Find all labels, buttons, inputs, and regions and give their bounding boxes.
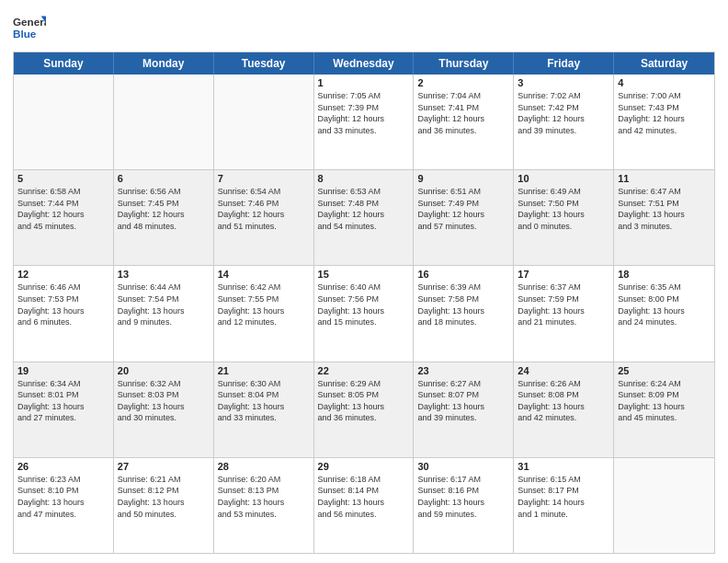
- day-info: Sunrise: 7:00 AM Sunset: 7:43 PM Dayligh…: [618, 90, 711, 136]
- day-number: 13: [118, 269, 210, 280]
- day-number: 9: [417, 173, 509, 184]
- calendar-cell: 1Sunrise: 7:05 AM Sunset: 7:39 PM Daylig…: [314, 75, 415, 169]
- day-number: 11: [618, 173, 711, 184]
- day-number: 17: [518, 269, 609, 280]
- day-info: Sunrise: 6:49 AM Sunset: 7:50 PM Dayligh…: [518, 186, 609, 232]
- day-info: Sunrise: 6:58 AM Sunset: 7:44 PM Dayligh…: [17, 186, 109, 232]
- calendar-cell: 20Sunrise: 6:32 AM Sunset: 8:03 PM Dayli…: [114, 362, 214, 457]
- day-info: Sunrise: 7:05 AM Sunset: 7:39 PM Dayligh…: [318, 90, 410, 136]
- calendar-body: 1Sunrise: 7:05 AM Sunset: 7:39 PM Daylig…: [14, 75, 714, 553]
- calendar-cell: 5Sunrise: 6:58 AM Sunset: 7:44 PM Daylig…: [14, 170, 114, 265]
- weekday-header: Tuesday: [214, 52, 314, 75]
- day-number: 2: [417, 77, 509, 88]
- calendar-cell: 17Sunrise: 6:37 AM Sunset: 7:59 PM Dayli…: [514, 266, 614, 361]
- calendar-cell: 28Sunrise: 6:20 AM Sunset: 8:13 PM Dayli…: [214, 458, 314, 553]
- calendar-cell: 14Sunrise: 6:42 AM Sunset: 7:55 PM Dayli…: [214, 266, 314, 361]
- day-number: 16: [417, 269, 509, 280]
- calendar-cell: [114, 75, 214, 169]
- calendar-cell: 25Sunrise: 6:24 AM Sunset: 8:09 PM Dayli…: [614, 362, 714, 457]
- day-info: Sunrise: 6:35 AM Sunset: 8:00 PM Dayligh…: [618, 282, 711, 327]
- calendar-cell: 7Sunrise: 6:54 AM Sunset: 7:46 PM Daylig…: [214, 170, 314, 265]
- calendar-cell: 30Sunrise: 6:17 AM Sunset: 8:16 PM Dayli…: [414, 458, 514, 553]
- day-info: Sunrise: 6:44 AM Sunset: 7:54 PM Dayligh…: [118, 282, 210, 327]
- day-info: Sunrise: 6:56 AM Sunset: 7:45 PM Dayligh…: [118, 186, 210, 232]
- day-number: 4: [618, 77, 711, 88]
- day-number: 8: [318, 173, 410, 184]
- day-number: 14: [218, 269, 310, 280]
- day-number: 12: [17, 269, 109, 280]
- day-info: Sunrise: 6:27 AM Sunset: 8:07 PM Dayligh…: [417, 378, 509, 424]
- day-info: Sunrise: 6:51 AM Sunset: 7:49 PM Dayligh…: [417, 186, 509, 232]
- calendar-cell: 24Sunrise: 6:26 AM Sunset: 8:08 PM Dayli…: [514, 362, 614, 457]
- calendar-row: 19Sunrise: 6:34 AM Sunset: 8:01 PM Dayli…: [14, 362, 714, 457]
- day-info: Sunrise: 6:40 AM Sunset: 7:56 PM Dayligh…: [318, 282, 410, 327]
- day-info: Sunrise: 6:42 AM Sunset: 7:55 PM Dayligh…: [218, 282, 310, 327]
- day-info: Sunrise: 7:04 AM Sunset: 7:41 PM Dayligh…: [417, 90, 509, 136]
- day-number: 5: [17, 173, 109, 184]
- day-info: Sunrise: 6:18 AM Sunset: 8:14 PM Dayligh…: [318, 474, 410, 520]
- day-number: 24: [518, 365, 609, 376]
- calendar-cell: 9Sunrise: 6:51 AM Sunset: 7:49 PM Daylig…: [414, 170, 514, 265]
- calendar-cell: 22Sunrise: 6:29 AM Sunset: 8:05 PM Dayli…: [314, 362, 415, 457]
- calendar-cell: 8Sunrise: 6:53 AM Sunset: 7:48 PM Daylig…: [314, 170, 415, 265]
- day-number: 10: [518, 173, 609, 184]
- calendar-cell: 26Sunrise: 6:23 AM Sunset: 8:10 PM Dayli…: [14, 458, 114, 553]
- weekday-header: Wednesday: [314, 52, 415, 75]
- day-info: Sunrise: 6:32 AM Sunset: 8:03 PM Dayligh…: [118, 378, 210, 424]
- calendar-cell: 21Sunrise: 6:30 AM Sunset: 8:04 PM Dayli…: [214, 362, 314, 457]
- weekday-header: Saturday: [614, 52, 714, 75]
- day-info: Sunrise: 6:20 AM Sunset: 8:13 PM Dayligh…: [218, 474, 310, 520]
- calendar-cell: 27Sunrise: 6:21 AM Sunset: 8:12 PM Dayli…: [114, 458, 214, 553]
- calendar: SundayMondayTuesdayWednesdayThursdayFrid…: [13, 52, 715, 554]
- calendar-row: 12Sunrise: 6:46 AM Sunset: 7:53 PM Dayli…: [14, 265, 714, 361]
- day-number: 20: [118, 365, 210, 376]
- day-number: 1: [318, 77, 410, 88]
- day-number: 23: [417, 365, 509, 376]
- day-info: Sunrise: 6:39 AM Sunset: 7:58 PM Dayligh…: [417, 282, 509, 327]
- calendar-cell: 19Sunrise: 6:34 AM Sunset: 8:01 PM Dayli…: [14, 362, 114, 457]
- calendar-cell: 31Sunrise: 6:15 AM Sunset: 8:17 PM Dayli…: [514, 458, 614, 553]
- day-info: Sunrise: 6:54 AM Sunset: 7:46 PM Dayligh…: [218, 186, 310, 232]
- day-info: Sunrise: 6:37 AM Sunset: 7:59 PM Dayligh…: [518, 282, 609, 327]
- calendar-row: 1Sunrise: 7:05 AM Sunset: 7:39 PM Daylig…: [14, 75, 714, 169]
- day-info: Sunrise: 6:34 AM Sunset: 8:01 PM Dayligh…: [17, 378, 109, 424]
- day-number: 7: [218, 173, 310, 184]
- day-info: Sunrise: 6:46 AM Sunset: 7:53 PM Dayligh…: [17, 282, 109, 327]
- calendar-cell: 11Sunrise: 6:47 AM Sunset: 7:51 PM Dayli…: [614, 170, 714, 265]
- page: General Blue SundayMondayTuesdayWednesda…: [0, 0, 728, 563]
- day-info: Sunrise: 6:21 AM Sunset: 8:12 PM Dayligh…: [118, 474, 210, 520]
- logo: General Blue: [13, 13, 46, 46]
- svg-text:General: General: [13, 16, 46, 28]
- day-number: 25: [618, 365, 711, 376]
- day-info: Sunrise: 7:02 AM Sunset: 7:42 PM Dayligh…: [518, 90, 609, 136]
- day-number: 30: [417, 461, 509, 472]
- day-number: 28: [218, 461, 310, 472]
- calendar-row: 26Sunrise: 6:23 AM Sunset: 8:10 PM Dayli…: [14, 457, 714, 553]
- header: General Blue: [13, 9, 715, 46]
- calendar-cell: 12Sunrise: 6:46 AM Sunset: 7:53 PM Dayli…: [14, 266, 114, 361]
- calendar-cell: 4Sunrise: 7:00 AM Sunset: 7:43 PM Daylig…: [614, 75, 714, 169]
- logo-icon: General Blue: [13, 13, 46, 46]
- calendar-cell: [614, 458, 714, 553]
- day-info: Sunrise: 6:15 AM Sunset: 8:17 PM Dayligh…: [518, 474, 609, 520]
- calendar-cell: 6Sunrise: 6:56 AM Sunset: 7:45 PM Daylig…: [114, 170, 214, 265]
- day-info: Sunrise: 6:17 AM Sunset: 8:16 PM Dayligh…: [417, 474, 509, 520]
- calendar-cell: [214, 75, 314, 169]
- day-info: Sunrise: 6:53 AM Sunset: 7:48 PM Dayligh…: [318, 186, 410, 232]
- calendar-cell: 10Sunrise: 6:49 AM Sunset: 7:50 PM Dayli…: [514, 170, 614, 265]
- calendar-cell: 15Sunrise: 6:40 AM Sunset: 7:56 PM Dayli…: [314, 266, 415, 361]
- day-number: 22: [318, 365, 410, 376]
- day-number: 18: [618, 269, 711, 280]
- calendar-cell: 18Sunrise: 6:35 AM Sunset: 8:00 PM Dayli…: [614, 266, 714, 361]
- day-info: Sunrise: 6:26 AM Sunset: 8:08 PM Dayligh…: [518, 378, 609, 424]
- calendar-cell: 13Sunrise: 6:44 AM Sunset: 7:54 PM Dayli…: [114, 266, 214, 361]
- day-number: 29: [318, 461, 410, 472]
- calendar-cell: 29Sunrise: 6:18 AM Sunset: 8:14 PM Dayli…: [314, 458, 415, 553]
- weekday-header: Monday: [114, 52, 214, 75]
- weekday-header: Friday: [514, 52, 614, 75]
- calendar-cell: 16Sunrise: 6:39 AM Sunset: 7:58 PM Dayli…: [414, 266, 514, 361]
- day-number: 6: [118, 173, 210, 184]
- calendar-row: 5Sunrise: 6:58 AM Sunset: 7:44 PM Daylig…: [14, 169, 714, 265]
- svg-text:Blue: Blue: [13, 28, 37, 40]
- day-info: Sunrise: 6:47 AM Sunset: 7:51 PM Dayligh…: [618, 186, 711, 232]
